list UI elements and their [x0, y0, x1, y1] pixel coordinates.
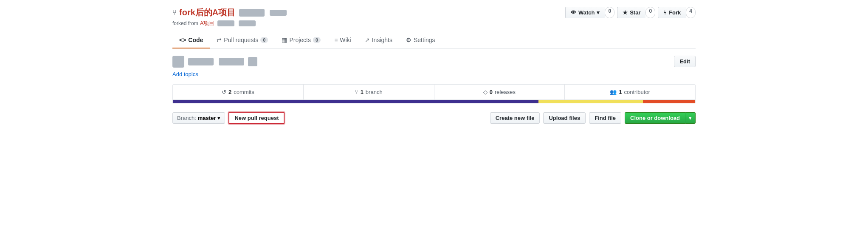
avatar-blurred-1 — [172, 56, 184, 68]
projects-icon: ▦ — [282, 37, 287, 43]
blurred-user2 — [270, 10, 287, 16]
description-left: Add topics — [172, 56, 257, 77]
contributors-count: 1 — [619, 89, 622, 95]
add-topics-link[interactable]: Add topics — [172, 71, 257, 77]
forked-from-name: A项目 — [200, 20, 215, 27]
edit-button[interactable]: Edit — [674, 56, 696, 67]
tab-wiki-label: Wiki — [340, 37, 351, 43]
tab-settings-label: Settings — [414, 37, 435, 43]
branch-right: Create new file Upload files Find file C… — [490, 112, 696, 124]
branch-selector[interactable]: Branch: master ▾ — [172, 112, 225, 124]
fork-button[interactable]: ⑂ Fork — [658, 7, 686, 18]
description-area: Add topics Edit — [172, 56, 696, 77]
watch-group: 👁 Watch ▾ 0 — [565, 7, 614, 18]
chevron-down-icon: ▾ — [689, 115, 692, 121]
upload-files-button[interactable]: Upload files — [543, 112, 586, 124]
blurred-avatars-row — [172, 56, 257, 68]
new-pull-request-button[interactable]: New pull request — [228, 112, 285, 124]
contributors-stat[interactable]: 👥 1 contributor — [565, 85, 695, 99]
insights-icon: ↗ — [365, 37, 370, 43]
pull-request-icon: ⇄ — [217, 37, 222, 43]
commits-count: 2 — [228, 89, 231, 95]
branch-left: Branch: master ▾ New pull request — [172, 112, 285, 124]
clone-group: Clone or download ▾ — [625, 112, 696, 124]
repo-title-area: ⑂ fork后的A项目 forked from A项目 — [172, 7, 288, 27]
blurred-desc-2 — [219, 58, 244, 65]
contributors-label: contributor — [624, 89, 650, 95]
branches-stat[interactable]: ⑂ 1 branch — [304, 85, 434, 99]
watch-count[interactable]: 0 — [605, 7, 614, 18]
star-button[interactable]: ★ Star — [617, 7, 645, 18]
tab-projects-badge: 0 — [313, 37, 321, 43]
code-icon: <> — [179, 37, 186, 43]
blurred-user1 — [239, 9, 265, 17]
eye-icon: 👁 — [571, 9, 576, 16]
forked-from-label: forked from — [172, 20, 198, 26]
blurred-parent1 — [217, 20, 234, 26]
watch-label: Watch — [578, 9, 595, 16]
tab-wiki[interactable]: ≡ Wiki — [327, 32, 358, 48]
repo-actions: 👁 Watch ▾ 0 ★ Star 0 ⑂ Fork — [565, 7, 696, 18]
forked-from: forked from A项目 — [172, 20, 288, 27]
branch-prefix: Branch: — [177, 115, 196, 121]
releases-count: 0 — [490, 89, 493, 95]
fork-icon: ⑂ — [663, 9, 667, 16]
branch-action-row: Branch: master ▾ New pull request Create… — [172, 108, 696, 126]
clone-or-download-button[interactable]: Clone or download — [625, 112, 685, 124]
tab-code[interactable]: <> Code — [172, 32, 210, 48]
tab-projects[interactable]: ▦ Projects 0 — [275, 32, 327, 48]
avatar-blurred-2 — [248, 57, 257, 66]
tab-insights-label: Insights — [372, 37, 392, 43]
fork-group: ⑂ Fork 4 — [658, 7, 696, 18]
tab-pull-requests-label: Pull requests — [224, 37, 258, 43]
chevron-down-icon: ▾ — [217, 115, 220, 121]
contributors-icon: 👥 — [610, 89, 617, 95]
watch-button[interactable]: 👁 Watch ▾ — [565, 7, 605, 18]
tab-pull-requests[interactable]: ⇄ Pull requests 0 — [210, 32, 275, 48]
clone-dropdown-button[interactable]: ▾ — [685, 112, 696, 124]
lang-segment-orange — [643, 100, 695, 103]
fork-label: Fork — [669, 9, 681, 16]
star-count[interactable]: 0 — [645, 7, 655, 18]
branches-count: 1 — [361, 89, 364, 95]
blurred-desc-1 — [188, 58, 214, 65]
language-bar — [172, 100, 696, 103]
star-label: Star — [630, 9, 640, 16]
releases-stat[interactable]: ◇ 0 releases — [434, 85, 565, 99]
tab-code-label: Code — [188, 37, 203, 43]
lang-segment-yellow — [538, 100, 643, 103]
tag-icon: ◇ — [483, 89, 488, 95]
blurred-parent2 — [239, 20, 256, 26]
star-group: ★ Star 0 — [617, 7, 655, 18]
star-icon: ★ — [623, 9, 628, 16]
create-new-file-button[interactable]: Create new file — [490, 112, 540, 124]
repo-header: ⑂ fork后的A项目 forked from A项目 👁 Watch ▾ — [172, 7, 696, 27]
releases-label: releases — [495, 89, 516, 95]
branch-name: master — [198, 115, 216, 121]
repo-name-row: ⑂ fork后的A项目 — [172, 7, 288, 18]
commits-stat[interactable]: ↺ 2 commits — [173, 85, 304, 99]
settings-icon: ⚙ — [406, 37, 411, 43]
tab-pull-requests-badge: 0 — [260, 37, 268, 43]
chevron-down-icon: ▾ — [597, 9, 600, 16]
tab-settings[interactable]: ⚙ Settings — [399, 32, 442, 48]
branches-label: branch — [366, 89, 383, 95]
wiki-icon: ≡ — [334, 37, 338, 43]
branch-icon: ⑂ — [355, 89, 358, 95]
repo-name: fork后的A项目 — [179, 7, 235, 18]
fork-repo-icon: ⑂ — [172, 9, 177, 17]
stats-row: ↺ 2 commits ⑂ 1 branch ◇ 0 releases 👥 1 … — [172, 84, 696, 100]
commits-label: commits — [234, 89, 254, 95]
fork-count[interactable]: 4 — [686, 7, 696, 18]
tabs-bar: <> Code ⇄ Pull requests 0 ▦ Projects 0 ≡… — [172, 32, 696, 49]
lang-segment-purple — [173, 100, 538, 103]
find-file-button[interactable]: Find file — [589, 112, 621, 124]
tab-projects-label: Projects — [289, 37, 311, 43]
tab-insights[interactable]: ↗ Insights — [358, 32, 399, 48]
commits-icon: ↺ — [222, 89, 226, 95]
